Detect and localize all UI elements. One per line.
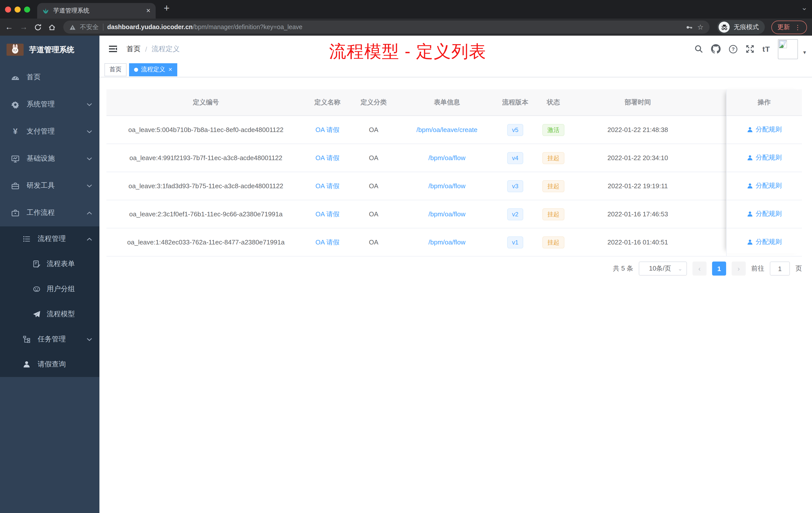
avatar-caret-icon[interactable]: ▾	[803, 49, 806, 56]
gear-icon	[11, 100, 20, 109]
tag-close-icon[interactable]: ✕	[168, 67, 173, 72]
sidebar-item-devtools[interactable]: 研发工具	[0, 172, 99, 199]
sidebar-collapse-icon[interactable]	[109, 45, 117, 53]
next-page-button[interactable]: ›	[732, 262, 746, 276]
table-row: oa_leave:4:991f2193-7b7f-11ec-a3c8-acde4…	[107, 144, 802, 172]
definition-name-link[interactable]: OA 请假	[315, 126, 339, 133]
form-link[interactable]: /bpm/oa/flow	[428, 154, 465, 162]
sidebar-item-leave-query[interactable]: 请假查询	[0, 352, 99, 377]
form-link[interactable]: /bpm/oa/leave/create	[416, 126, 477, 133]
tag-home[interactable]: 首页	[105, 63, 126, 76]
cell-deploy-time: 2022-01-16 17:46:53	[573, 200, 703, 228]
assign-rule-button[interactable]: 分配规则	[747, 238, 782, 247]
tag-process-definition[interactable]: 流程定义 ✕	[129, 63, 177, 76]
form-link[interactable]: /bpm/oa/flow	[428, 238, 465, 246]
reload-button[interactable]	[34, 23, 42, 31]
assign-rule-button[interactable]: 分配规则	[747, 153, 782, 162]
sidebar-item-system[interactable]: 系统管理	[0, 91, 99, 118]
sidebar-submenu-workflow: 流程管理 流程表单 用户分组 流程模	[0, 227, 99, 377]
incognito-label: 无痕模式	[734, 23, 759, 31]
chevron-down-icon	[86, 184, 92, 187]
form-link[interactable]: /bpm/oa/flow	[428, 182, 465, 190]
help-icon[interactable]: ?	[729, 44, 738, 54]
brand-title: 芋道管理系统	[29, 45, 74, 55]
cell-category: OA	[349, 172, 398, 200]
definition-name-link[interactable]: OA 请假	[315, 182, 339, 189]
assign-rule-button[interactable]: 分配规则	[747, 125, 782, 134]
definition-name-link[interactable]: OA 请假	[315, 154, 339, 161]
cell-definition-id: oa_leave:5:004b710b-7b8a-11ec-8ef0-acde4…	[107, 116, 305, 144]
cell-definition-id: oa_leave:3:1fad3d93-7b75-11ec-a3c8-acde4…	[107, 172, 305, 200]
browser-tab[interactable]: 芋道管理系统 ✕	[37, 3, 156, 19]
goto-label: 前往	[751, 264, 764, 273]
forward-button[interactable]: →	[20, 23, 28, 32]
browser-menu-icon[interactable]: ⋮	[794, 23, 801, 31]
cell-definition-id: oa_leave:1:482ec033-762a-11ec-8477-a2380…	[107, 228, 305, 256]
browser-toolbar: ← → 不安全 dashboard.yudao.iocoder.cn/bpm/m…	[0, 19, 812, 36]
goto-page-input[interactable]	[770, 262, 790, 276]
tab-overview-caret-icon[interactable]: ⌄	[801, 3, 808, 12]
table-row: oa_leave:5:004b710b-7b8a-11ec-8ef0-acde4…	[107, 116, 802, 144]
address-bar[interactable]: 不安全 dashboard.yudao.iocoder.cn/bpm/manag…	[63, 21, 709, 34]
sidebar-item-payment[interactable]: ¥ 支付管理	[0, 118, 99, 145]
form-link[interactable]: /bpm/oa/flow	[428, 210, 465, 218]
url-text[interactable]: dashboard.yudao.iocoder.cn/bpm/manager/d…	[107, 24, 302, 31]
chevron-down-icon: ⌄	[678, 265, 683, 272]
yen-icon: ¥	[11, 127, 20, 136]
status-badge: 激活	[542, 124, 564, 136]
password-key-icon[interactable]	[686, 23, 693, 31]
cell-category: OA	[349, 116, 398, 144]
sidebar-item-user-group[interactable]: 用户分组	[0, 277, 99, 302]
sidebar-item-process-form[interactable]: 流程表单	[0, 251, 99, 277]
cell-category: OA	[349, 228, 398, 256]
prev-page-button[interactable]: ‹	[693, 262, 706, 276]
breadcrumb-home[interactable]: 首页	[126, 44, 141, 54]
monitor-icon	[11, 154, 20, 163]
avatar[interactable]	[778, 39, 798, 59]
sidebar-item-workflow[interactable]: 工作流程	[0, 199, 99, 227]
chevron-down-icon	[86, 130, 92, 133]
assign-rule-button[interactable]: 分配规则	[747, 210, 782, 219]
sidebar-item-process-management[interactable]: 流程管理	[0, 227, 99, 251]
definition-name-link[interactable]: OA 请假	[315, 210, 339, 218]
sidebar-item-task-management[interactable]: 任务管理	[0, 327, 99, 352]
new-tab-button[interactable]: +	[164, 2, 170, 14]
tree-icon	[22, 335, 31, 343]
sidebar-item-process-model[interactable]: 流程模型	[0, 302, 99, 327]
minimize-window-button[interactable]	[14, 6, 21, 12]
close-window-button[interactable]	[5, 6, 11, 12]
browser-update-button[interactable]: 更新 ⋮	[771, 20, 807, 34]
list-icon	[22, 235, 31, 243]
sidebar-item-home[interactable]: 首页	[0, 64, 99, 91]
process-definition-table: 定义编号 定义名称 定义分类 表单信息 流程版本 状态 部署时间 操作 oa_l…	[107, 89, 802, 256]
github-icon[interactable]	[711, 44, 721, 54]
tab-close-icon[interactable]: ✕	[146, 7, 151, 14]
sidebar-item-infrastructure[interactable]: 基础设施	[0, 145, 99, 172]
fullscreen-icon[interactable]	[746, 45, 754, 53]
send-icon	[32, 310, 41, 318]
status-badge: 挂起	[542, 152, 564, 164]
security-warning-icon	[69, 24, 76, 30]
home-button[interactable]	[48, 23, 56, 31]
zoom-window-button[interactable]	[24, 6, 30, 12]
back-button[interactable]: ←	[5, 23, 13, 32]
search-icon[interactable]	[695, 45, 703, 53]
breadcrumb-separator: /	[145, 45, 147, 53]
font-size-icon[interactable]: tT	[762, 45, 770, 53]
screen: 芋道管理系统 ✕ + ⌄ ← → 不安全 dashboard.yudao.ioc…	[0, 0, 812, 513]
window-controls	[5, 6, 30, 12]
definition-name-link[interactable]: OA 请假	[315, 238, 339, 246]
favicon-plant-icon	[42, 7, 49, 14]
security-warning-label: 不安全	[80, 23, 99, 31]
page-size-select[interactable]: 10条/页 ⌄	[639, 262, 687, 276]
omnibox-divider	[103, 24, 103, 31]
table-row: oa_leave:1:482ec033-762a-11ec-8477-a2380…	[107, 228, 802, 256]
form-icon	[32, 260, 41, 268]
current-page-button[interactable]: 1	[712, 262, 726, 276]
cell-definition-id: oa_leave:4:991f2193-7b7f-11ec-a3c8-acde4…	[107, 144, 305, 172]
chevron-down-icon	[86, 338, 92, 341]
col-gutter	[703, 89, 726, 116]
bookmark-star-icon[interactable]: ☆	[697, 23, 703, 31]
assign-rule-button[interactable]: 分配规则	[747, 181, 782, 190]
brand[interactable]: 芋道管理系统	[0, 36, 99, 64]
